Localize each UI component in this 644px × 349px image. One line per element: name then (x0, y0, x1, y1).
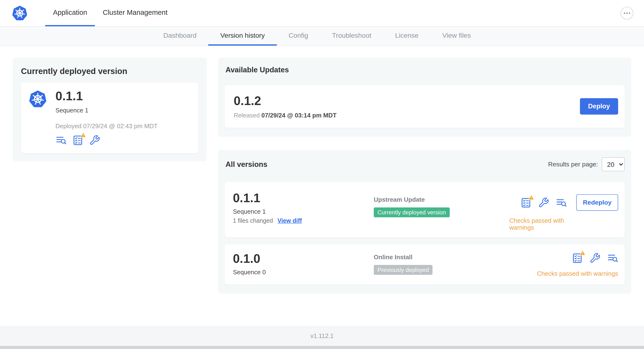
view-diff-link[interactable]: View diff (277, 217, 302, 224)
released-date: 07/29/24 @ 03:14 pm MDT (261, 112, 336, 119)
version-row-actions: Checks passed with warnings (510, 252, 618, 278)
deploy-button[interactable]: Deploy (580, 98, 618, 114)
version-row-source: Upstream Update Currently deployed versi… (374, 196, 510, 231)
preflight-checks-icon[interactable] (572, 252, 583, 264)
update-released-line: Released07/29/24 @ 03:14 pm MDT (234, 112, 336, 119)
app-root: Application Cluster Management Dashboard… (0, 0, 644, 349)
results-per-page-label: Results per page: (548, 161, 598, 168)
subnav-item-version-history[interactable]: Version history (208, 27, 277, 46)
release-notes-icon[interactable] (56, 135, 66, 146)
deployed-status-badge: Previously deployed (374, 265, 433, 275)
top-tabs: Application Cluster Management (45, 0, 175, 26)
available-update-row: 0.1.2 Released07/29/24 @ 03:14 pm MDT De… (224, 85, 625, 128)
release-notes-icon[interactable] (607, 252, 618, 264)
subnav-item-dashboard[interactable]: Dashboard (151, 27, 208, 46)
checks-status-text: Checks passed with warnings (537, 270, 618, 277)
version-sequence: Sequence 0 (233, 268, 374, 276)
available-updates-title: Available Updates (226, 66, 625, 74)
current-version-deployed-at: Deployed 07/29/24 @ 02:43 pm MDT (56, 122, 158, 130)
preflight-checks-icon[interactable] (72, 135, 83, 146)
redeploy-button[interactable]: Redeploy (576, 194, 618, 211)
results-per-page: Results per page: 20 (548, 157, 625, 172)
version-row-info: 0.1.1 Sequence 1 1 files changed View di… (233, 191, 374, 231)
warning-triangle-icon (80, 132, 86, 138)
version-sequence: Sequence 1 (233, 208, 374, 215)
version-row-source: Online Install Previously deployed (374, 254, 510, 278)
files-changed-line: 1 files changed View diff (233, 217, 374, 224)
source-label: Online Install (374, 254, 510, 260)
ellipsis-icon (624, 12, 626, 14)
files-changed-text: 1 files changed (233, 217, 273, 224)
current-version-number: 0.1.1 (56, 89, 158, 103)
all-versions-title: All versions (226, 160, 268, 168)
app-logo-icon (28, 89, 47, 146)
available-updates-card: Available Updates 0.1.2 Released07/29/24… (218, 58, 631, 137)
source-label: Upstream Update (374, 196, 510, 203)
current-version-actions (56, 135, 158, 146)
current-version-info: 0.1.1 Sequence 1 Deployed 07/29/24 @ 02:… (56, 89, 158, 146)
released-label: Released (234, 112, 260, 119)
current-version-title: Currently deployed version (21, 66, 198, 76)
all-versions-card: All versions Results per page: 20 0.1.1 … (218, 150, 631, 294)
current-version-detail: 0.1.1 Sequence 1 Deployed 07/29/24 @ 02:… (21, 82, 198, 153)
update-version-number: 0.1.2 (234, 94, 336, 108)
app-subnav: Dashboard Version history Config Trouble… (0, 27, 644, 46)
bottom-edge-bar (0, 346, 644, 349)
version-row-actions: Redeploy Checks passed with warnings (510, 194, 618, 231)
config-wrench-icon[interactable] (538, 197, 549, 208)
subnav-item-view-files[interactable]: View files (430, 27, 483, 46)
available-update-info: 0.1.2 Released07/29/24 @ 03:14 pm MDT (234, 94, 336, 119)
top-nav: Application Cluster Management (0, 0, 644, 27)
subnav-item-license[interactable]: License (383, 27, 430, 46)
current-version-sequence: Sequence 1 (56, 107, 158, 114)
version-row-info: 0.1.0 Sequence 0 (233, 252, 374, 278)
version-row: 0.1.1 Sequence 1 1 files changed View di… (224, 182, 625, 237)
warning-triangle-icon (580, 250, 586, 256)
preflight-checks-icon[interactable] (520, 197, 532, 208)
results-per-page-select[interactable]: 20 (602, 157, 625, 172)
config-wrench-icon[interactable] (589, 252, 600, 264)
main-content: Currently deployed version 0.1.1 Sequenc… (0, 46, 644, 349)
app-version-text: v1.112.1 (310, 332, 334, 339)
all-versions-header: All versions Results per page: 20 (224, 157, 625, 172)
subnav-items: Dashboard Version history Config Trouble… (151, 27, 483, 46)
deployed-status-badge: Currently deployed version (374, 208, 450, 217)
tab-application[interactable]: Application (45, 0, 95, 26)
config-wrench-icon[interactable] (89, 135, 100, 146)
tab-cluster-management[interactable]: Cluster Management (95, 0, 176, 26)
version-number: 0.1.0 (233, 252, 374, 266)
more-menu-button[interactable] (620, 7, 633, 19)
current-version-card: Currently deployed version 0.1.1 Sequenc… (13, 58, 206, 161)
version-number: 0.1.1 (233, 191, 374, 205)
version-row: 0.1.0 Sequence 0 Online Install Previous… (224, 244, 625, 285)
subnav-item-troubleshoot[interactable]: Troubleshoot (320, 27, 383, 46)
release-notes-icon[interactable] (556, 197, 567, 208)
subnav-item-config[interactable]: Config (277, 27, 320, 46)
kubernetes-logo-icon (12, 0, 28, 26)
page-footer: v1.112.1 (0, 326, 644, 346)
warning-triangle-icon (528, 194, 534, 200)
checks-status-text: Checks passed with warnings (510, 217, 568, 231)
